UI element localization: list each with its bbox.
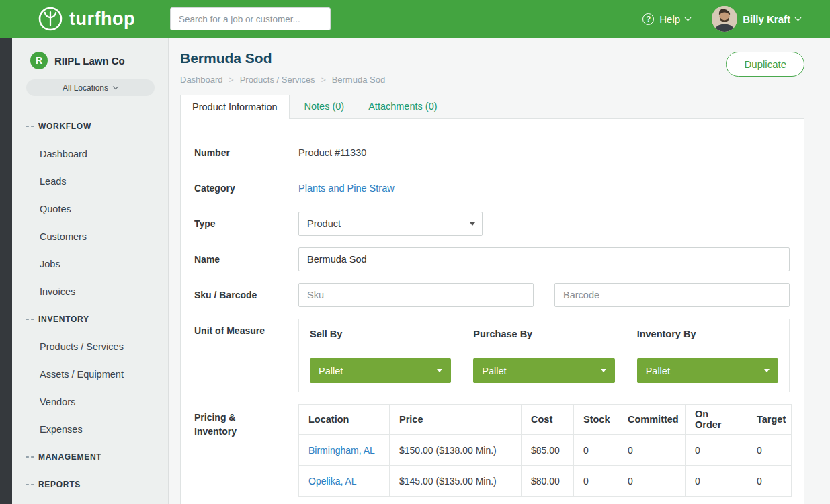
chevron-down-icon (795, 14, 802, 21)
sidebar-item-invoices[interactable]: Invoices (12, 278, 168, 305)
locations-label: All Locations (63, 83, 108, 93)
tab-bar: Product Information Notes (0) Attachment… (180, 95, 804, 118)
tab-notes[interactable]: Notes (0) (295, 95, 354, 118)
section-dash-icon (26, 126, 34, 127)
type-select[interactable]: Product (298, 212, 483, 236)
sidebar-item-customers[interactable]: Customers (12, 222, 168, 250)
category-link[interactable]: Plants and Pine Straw (298, 183, 395, 194)
name-input[interactable] (298, 247, 790, 271)
category-label: Category (194, 176, 298, 200)
location-link[interactable]: Opelika, AL (308, 476, 357, 487)
purchase-by-dropdown[interactable]: Pallet (473, 358, 614, 383)
tab-attachments[interactable]: Attachments (0) (359, 95, 446, 118)
price-cell: $145.00 ($135.00 Min.) (390, 466, 522, 497)
committed-cell: 0 (618, 435, 686, 466)
page-title: Bermuda Sod (180, 50, 804, 67)
on-order-cell: 0 (686, 435, 747, 466)
unit-of-measure-table: Sell By Purchase By Inventory By Pallet (298, 319, 790, 392)
unit-of-measure-row: Unit of Measure Sell By Purchase By Inve… (194, 319, 790, 392)
nav-section-label: REPORTS (38, 480, 81, 489)
sidebar-item-jobs[interactable]: Jobs (12, 250, 168, 278)
purchase-by-value: Pallet (482, 366, 506, 376)
col-stock: Stock (574, 405, 618, 435)
avatar (712, 6, 737, 32)
col-committed: Committed (618, 405, 686, 435)
table-row: Opelika, AL $145.00 ($135.00 Min.) $80.0… (299, 466, 792, 497)
nav-section-reports[interactable]: REPORTS (12, 470, 168, 498)
nav-section-inventory: INVENTORY (12, 305, 168, 333)
cost-cell: $85.00 (522, 435, 574, 466)
topbar-right: ? Help Billy Kraft (642, 0, 800, 38)
cost-cell: $80.00 (522, 466, 574, 497)
help-menu[interactable]: ? Help (642, 13, 690, 25)
stock-cell: 0 (574, 466, 618, 497)
barcode-input[interactable] (554, 283, 790, 307)
sidebar-item-leads[interactable]: Leads (12, 167, 168, 195)
breadcrumb: Dashboard > Products / Services > Bermud… (180, 75, 804, 85)
help-label: Help (659, 13, 680, 25)
nav-section-label: INVENTORY (38, 314, 89, 324)
brand[interactable]: turfhop (38, 0, 135, 38)
top-header: turfhop ? Help Billy Kraft (0, 0, 830, 38)
sidebar: R RIIPL Lawn Co All Locations WORKFLOW D… (12, 38, 169, 504)
left-rail (0, 38, 12, 504)
stock-cell: 0 (574, 435, 618, 466)
col-target: Target (747, 405, 792, 435)
price-cell: $150.00 ($138.00 Min.) (390, 435, 522, 466)
uom-col-inventory-by: Inventory By (626, 319, 789, 349)
company-switcher[interactable]: R RIIPL Lawn Co (12, 38, 168, 69)
location-link[interactable]: Birmingham, AL (308, 445, 375, 456)
tab-product-information[interactable]: Product Information (180, 95, 290, 119)
breadcrumb-current: Bermuda Sod (332, 75, 386, 85)
sku-barcode-label: Sku / Barcode (194, 283, 298, 307)
user-name: Billy Kraft (743, 13, 790, 25)
breadcrumb-separator: > (321, 75, 326, 85)
sidebar-item-products-services[interactable]: Products / Services (12, 333, 168, 360)
global-search-input[interactable] (170, 7, 331, 30)
type-select-value: Product (307, 218, 341, 229)
company-name: RIIPL Lawn Co (54, 55, 125, 67)
locations-dropdown[interactable]: All Locations (26, 79, 155, 96)
user-menu[interactable]: Billy Kraft (712, 6, 800, 32)
sku-input[interactable] (298, 283, 534, 307)
nav-section-label: WORKFLOW (38, 122, 91, 131)
page-head: Bermuda Sod Dashboard > Products / Servi… (180, 50, 804, 85)
chevron-down-icon (113, 83, 118, 89)
col-location: Location (299, 405, 390, 435)
col-on-order: On Order (686, 405, 747, 435)
sidebar-item-assets-equipment[interactable]: Assets / Equipment (12, 360, 168, 388)
brand-name: turfhop (69, 9, 135, 30)
sidebar-item-vendors[interactable]: Vendors (12, 388, 168, 415)
table-row: Birmingham, AL $150.00 ($138.00 Min.) $8… (299, 435, 792, 466)
type-label: Type (194, 212, 298, 236)
main-content: Bermuda Sod Dashboard > Products / Servi… (169, 38, 830, 504)
chevron-down-icon (685, 14, 692, 21)
unit-of-measure-label: Unit of Measure (194, 319, 298, 392)
sku-barcode-row: Sku / Barcode (194, 283, 790, 307)
nav-section-workflow: WORKFLOW (12, 112, 168, 140)
sidebar-item-expenses[interactable]: Expenses (12, 415, 168, 443)
sidebar-item-quotes[interactable]: Quotes (12, 195, 168, 222)
pricing-inventory-row: Pricing & Inventory Location Price Cost … (194, 404, 790, 497)
dropdown-arrow-icon (437, 369, 442, 372)
type-row: Type Product (194, 212, 790, 236)
company-logo-icon: R (30, 52, 48, 69)
col-price: Price (390, 405, 522, 435)
duplicate-button[interactable]: Duplicate (726, 52, 804, 77)
on-order-cell: 0 (686, 466, 747, 497)
nav-section-management[interactable]: MANAGEMENT (12, 443, 168, 470)
breadcrumb-products-services[interactable]: Products / Services (240, 75, 315, 85)
inventory-by-dropdown[interactable]: Pallet (637, 358, 778, 383)
section-dash-icon (26, 319, 34, 320)
col-cost: Cost (522, 405, 574, 435)
sell-by-value: Pallet (319, 366, 343, 376)
target-cell: 0 (747, 466, 792, 497)
product-number-value: Product #11330 (298, 140, 790, 158)
target-cell: 0 (747, 435, 792, 466)
breadcrumb-dashboard[interactable]: Dashboard (180, 75, 223, 85)
committed-cell: 0 (618, 466, 686, 497)
sell-by-dropdown[interactable]: Pallet (310, 358, 451, 383)
turfhop-logo-icon (38, 6, 63, 32)
category-row: Category Plants and Pine Straw (194, 176, 790, 200)
sidebar-item-dashboard[interactable]: Dashboard (12, 140, 168, 167)
